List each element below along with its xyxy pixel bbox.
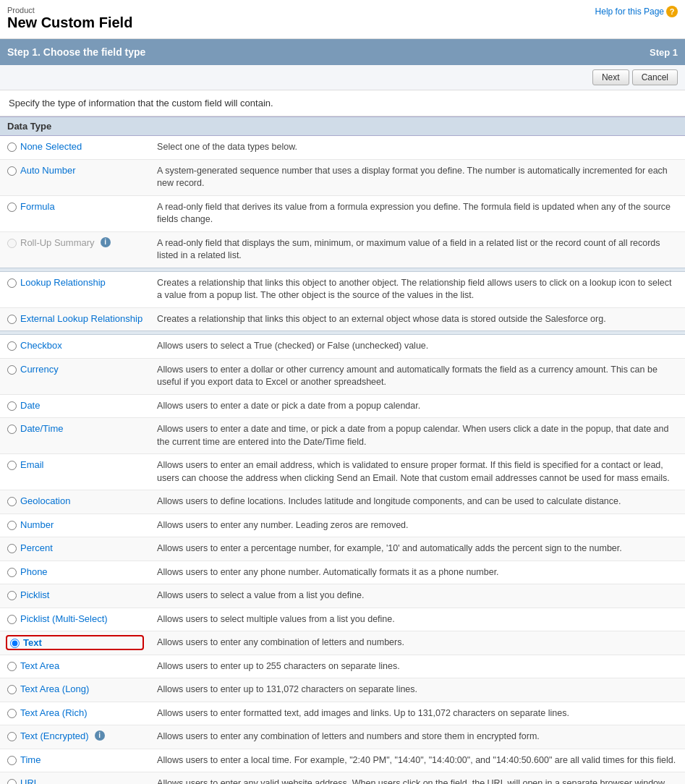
radio-label-percent[interactable]: Percent <box>7 542 142 553</box>
field-description-cell: Allows users to select a value from a li… <box>150 584 685 608</box>
radio-label-url[interactable]: URL <box>7 777 142 784</box>
radio-label-number[interactable]: Number <box>7 519 142 530</box>
radio-time[interactable] <box>7 756 17 765</box>
radio-label-picklist[interactable]: Picklist <box>7 589 142 600</box>
table-row: CheckboxAllows users to select a True (c… <box>0 335 685 359</box>
field-description-cell: Allows users to enter an email address, … <box>150 454 685 490</box>
field-label: Date <box>20 400 40 411</box>
data-type-section: Data Type None SelectedSelect one of the… <box>0 116 685 784</box>
radio-label-formula[interactable]: Formula <box>7 201 142 212</box>
table-row: URLAllows users to enter any valid websi… <box>0 772 685 785</box>
radio-label-auto-number[interactable]: Auto Number <box>7 165 142 176</box>
radio-text[interactable] <box>10 639 20 648</box>
radio-label-phone[interactable]: Phone <box>7 566 142 577</box>
table-row: Text (Encrypted)iAllows users to enter a… <box>0 725 685 749</box>
cancel-button-top[interactable]: Cancel <box>632 69 678 85</box>
table-row: Roll-Up SummaryiA read-only field that d… <box>0 231 685 268</box>
table-row: TimeAllows users to enter a local time. … <box>0 749 685 772</box>
info-icon[interactable]: i <box>95 730 105 741</box>
table-row: Text AreaAllows users to enter up to 255… <box>0 655 685 678</box>
field-label: Email <box>20 459 44 470</box>
table-row: Date/TimeAllows users to enter a date an… <box>0 418 685 454</box>
radio-picklist[interactable] <box>7 591 17 600</box>
table-row: None SelectedSelect one of the data type… <box>0 136 685 159</box>
radio-label-date[interactable]: Date <box>7 400 142 411</box>
radio-text--encrypted-[interactable] <box>7 732 17 741</box>
radio-label-none-selected[interactable]: None Selected <box>7 141 142 152</box>
field-label: Picklist <box>20 589 49 600</box>
field-label: Time <box>20 754 41 765</box>
radio-formula[interactable] <box>7 203 17 212</box>
radio-url[interactable] <box>7 779 17 784</box>
radio-label-roll-up-summary[interactable]: Roll-Up Summaryi <box>7 237 142 248</box>
field-description-cell: A read-only field that derives its value… <box>150 195 685 231</box>
radio-external-lookup-relationship[interactable] <box>7 315 17 324</box>
radio-label-currency[interactable]: Currency <box>7 364 142 375</box>
field-label: None Selected <box>20 141 82 152</box>
table-row: PercentAllows users to enter a percentag… <box>0 537 685 561</box>
radio-none-selected[interactable] <box>7 142 17 152</box>
table-row: Auto NumberA system-generated sequence n… <box>0 159 685 195</box>
radio-label-email[interactable]: Email <box>7 459 142 470</box>
radio-text-area--long-[interactable] <box>7 685 17 694</box>
radio-email[interactable] <box>7 461 17 470</box>
field-label: Number <box>20 519 54 530</box>
table-row: Lookup RelationshipCreates a relationshi… <box>0 271 685 307</box>
field-description: Specify the type of information that the… <box>0 90 685 116</box>
field-description-cell: Allows users to enter any phone number. … <box>150 561 685 584</box>
radio-date-time[interactable] <box>7 425 17 434</box>
radio-label-lookup-relationship[interactable]: Lookup Relationship <box>7 277 142 288</box>
radio-text-area--rich-[interactable] <box>7 709 17 718</box>
radio-currency[interactable] <box>7 365 17 375</box>
table-row: PicklistAllows users to select a value f… <box>0 584 685 608</box>
field-description-cell: Allows users to enter up to 255 characte… <box>150 655 685 678</box>
field-description-cell: Allows users to define locations. Includ… <box>150 490 685 514</box>
radio-label-text-area[interactable]: Text Area <box>7 660 142 671</box>
field-description-cell: Allows users to enter a percentage numbe… <box>150 537 685 561</box>
radio-percent[interactable] <box>7 544 17 553</box>
section-header: Data Type <box>0 116 685 136</box>
help-link[interactable]: Help for this Page ? <box>595 6 678 17</box>
table-row: CurrencyAllows users to enter a dollar o… <box>0 358 685 394</box>
radio-checkbox[interactable] <box>7 341 17 351</box>
field-description-cell: A system-generated sequence number that … <box>150 159 685 195</box>
radio-lookup-relationship[interactable] <box>7 278 17 288</box>
radio-phone[interactable] <box>7 568 17 577</box>
field-description-cell: Creates a relationship that links this o… <box>150 307 685 331</box>
radio-label-text-area--long-[interactable]: Text Area (Long) <box>7 683 142 694</box>
step-bar-step: Step 1 <box>650 47 678 58</box>
radio-text-area[interactable] <box>7 662 17 671</box>
field-label: Phone <box>20 566 48 577</box>
info-icon[interactable]: i <box>101 237 111 247</box>
field-description-cell: Allows users to enter a dollar or other … <box>150 358 685 394</box>
radio-label-date-time[interactable]: Date/Time <box>7 423 142 434</box>
field-description-cell: Allows users to enter up to 131,072 char… <box>150 678 685 702</box>
radio-geolocation[interactable] <box>7 497 17 506</box>
radio-label-text--encrypted-[interactable]: Text (Encrypted)i <box>7 730 142 741</box>
field-description-cell: Allows users to enter any combination of… <box>150 725 685 749</box>
table-row: Picklist (Multi-Select)Allows users to s… <box>0 608 685 631</box>
radio-roll-up-summary[interactable] <box>7 239 17 248</box>
field-label: Text Area (Rich) <box>20 707 87 718</box>
next-button-top[interactable]: Next <box>592 69 629 85</box>
radio-label-text-area--rich-[interactable]: Text Area (Rich) <box>7 707 142 718</box>
radio-label-external-lookup-relationship[interactable]: External Lookup Relationship <box>7 313 142 324</box>
field-label: Lookup Relationship <box>20 277 106 288</box>
radio-label-picklist--multi-select-[interactable]: Picklist (Multi-Select) <box>7 613 142 624</box>
field-label: Text Area (Long) <box>20 683 89 694</box>
product-label: Product <box>7 6 678 14</box>
radio-label-geolocation[interactable]: Geolocation <box>7 495 142 506</box>
radio-label-text[interactable]: Text <box>7 636 142 649</box>
radio-auto-number[interactable] <box>7 166 17 176</box>
radio-picklist--multi-select-[interactable] <box>7 615 17 624</box>
step-bar: Step 1. Choose the field type Step 1 <box>0 39 685 65</box>
radio-number[interactable] <box>7 521 17 530</box>
radio-date[interactable] <box>7 401 17 411</box>
field-label: Geolocation <box>20 495 70 506</box>
field-label: Text Area <box>20 660 59 671</box>
field-description-cell: Allows users to enter a date or pick a d… <box>150 394 685 418</box>
radio-label-time[interactable]: Time <box>7 754 142 765</box>
radio-label-checkbox[interactable]: Checkbox <box>7 340 142 351</box>
table-row: NumberAllows users to enter any number. … <box>0 514 685 537</box>
table-row: FormulaA read-only field that derives it… <box>0 195 685 231</box>
